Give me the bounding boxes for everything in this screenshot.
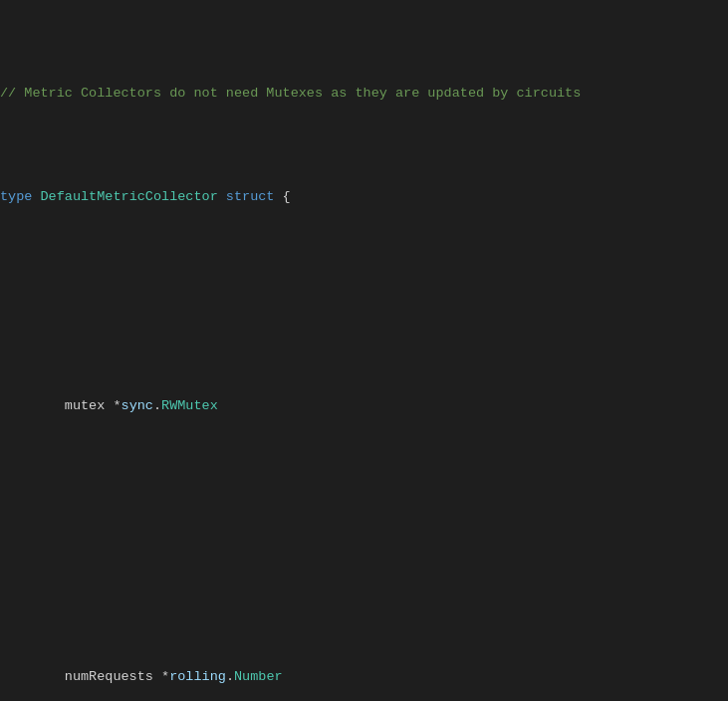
- field-numrequests: numRequests: [65, 669, 153, 684]
- line-blank-3: [0, 563, 728, 584]
- keyword-type: type: [0, 189, 32, 204]
- line-mutex: mutex *sync.RWMutex: [0, 396, 728, 417]
- line-blank-1: [0, 292, 728, 313]
- pkg-rolling-1: rolling: [169, 669, 226, 684]
- line-type-decl: type DefaultMetricCollector struct {: [0, 187, 728, 208]
- line-comment: // Metric Collectors do not need Mutexes…: [0, 84, 728, 105]
- type-number-1: Number: [234, 669, 283, 684]
- code-editor: // Metric Collectors do not need Mutexes…: [0, 0, 728, 701]
- line-blank-2: [0, 500, 728, 521]
- type-rwmutex: RWMutex: [161, 398, 218, 413]
- pkg-sync: sync: [121, 398, 153, 413]
- keyword-struct: struct: [226, 189, 275, 204]
- struct-name: DefaultMetricCollector: [41, 189, 218, 204]
- comment-text: // Metric Collectors do not need Mutexes…: [0, 86, 581, 101]
- field-mutex: mutex: [65, 398, 106, 413]
- line-numrequests: numRequests *rolling.Number: [0, 667, 728, 688]
